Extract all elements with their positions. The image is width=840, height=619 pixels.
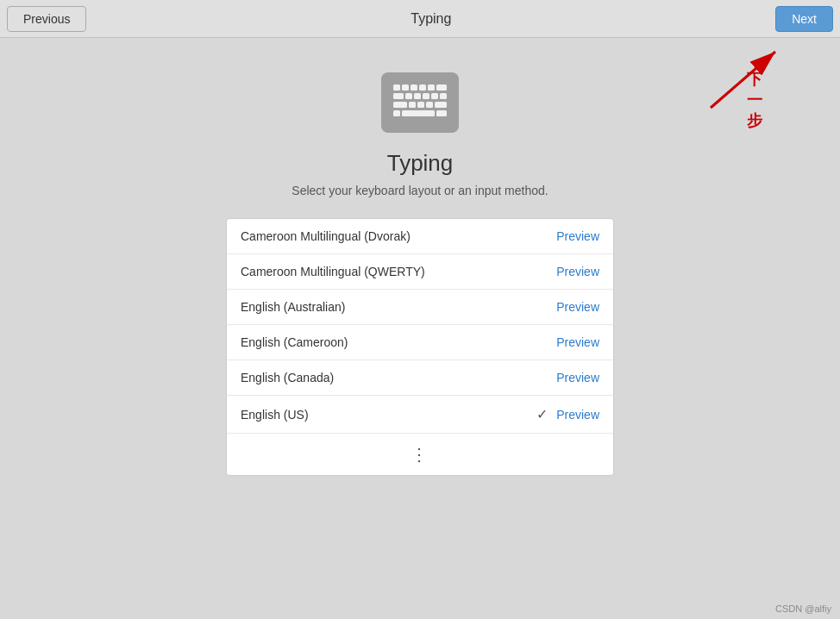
more-options-button[interactable]: ⋮ <box>227 434 613 475</box>
preview-link[interactable]: Preview <box>556 300 599 314</box>
preview-link[interactable]: Preview <box>556 335 599 349</box>
svg-rect-9 <box>423 93 429 99</box>
list-item[interactable]: Cameroon Multilingual (Dvorak)Preview <box>227 219 613 254</box>
page-subheading: Select your keyboard layout or an input … <box>291 184 548 197</box>
watermark: CSDN @alfiy <box>775 603 831 614</box>
preview-link[interactable]: Preview <box>556 408 599 422</box>
layout-name: English (Canada) <box>241 371 334 385</box>
keyboard-icon <box>381 72 459 133</box>
layout-name: Cameroon Multilingual (QWERTY) <box>241 265 425 278</box>
page-heading: Typing <box>387 150 454 177</box>
list-item[interactable]: English (Australian)Preview <box>227 290 613 325</box>
list-item[interactable]: English (Cameroon)Preview <box>227 325 613 360</box>
previous-button[interactable]: Previous <box>7 6 86 32</box>
page-title: Typing <box>411 11 451 27</box>
preview-link[interactable]: Preview <box>556 371 599 385</box>
svg-rect-6 <box>393 93 404 99</box>
main-content: Typing Select your keyboard layout or an… <box>0 38 840 476</box>
layout-name: English (US) <box>241 408 309 422</box>
svg-rect-8 <box>414 93 421 99</box>
svg-rect-4 <box>428 84 435 91</box>
svg-rect-18 <box>402 110 435 116</box>
selected-checkmark: ✓ <box>536 406 548 422</box>
list-item[interactable]: English (US)✓Preview <box>227 396 613 434</box>
svg-rect-0 <box>393 84 400 91</box>
svg-rect-15 <box>426 102 433 108</box>
svg-rect-10 <box>431 93 438 99</box>
svg-rect-11 <box>440 93 447 99</box>
svg-rect-7 <box>405 93 412 99</box>
svg-rect-1 <box>402 84 409 91</box>
svg-rect-2 <box>411 84 417 91</box>
svg-rect-5 <box>436 84 447 91</box>
svg-rect-13 <box>409 102 416 108</box>
layout-name: English (Cameroon) <box>241 335 348 349</box>
list-item[interactable]: English (Canada)Preview <box>227 360 613 396</box>
top-bar: Previous Typing Next <box>0 0 840 38</box>
layout-list: Cameroon Multilingual (Dvorak)PreviewCam… <box>226 218 614 476</box>
preview-link[interactable]: Preview <box>556 229 599 243</box>
layout-name: Cameroon Multilingual (Dvorak) <box>241 229 411 243</box>
next-button[interactable]: Next <box>775 6 833 32</box>
svg-rect-16 <box>435 102 447 108</box>
preview-link[interactable]: Preview <box>556 265 599 278</box>
svg-rect-12 <box>393 102 407 108</box>
svg-rect-19 <box>436 110 447 116</box>
svg-rect-14 <box>417 102 424 108</box>
svg-rect-17 <box>393 110 400 116</box>
layout-name: English (Australian) <box>241 300 345 314</box>
list-item[interactable]: Cameroon Multilingual (QWERTY)Preview <box>227 254 613 290</box>
svg-rect-3 <box>419 84 426 91</box>
